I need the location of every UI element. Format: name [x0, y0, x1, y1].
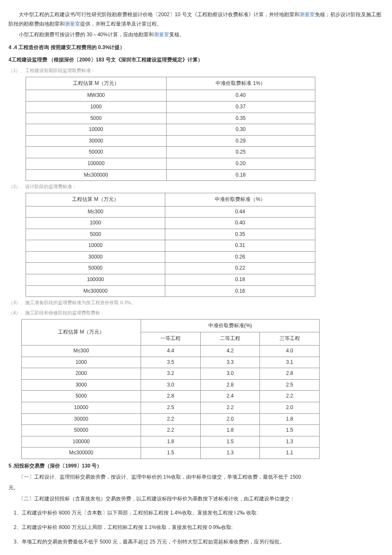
paragraph-5-3: 1、工程建设中标价 8000 万元〔含本数〕以下局部，工程招标工程按 1.4%收… — [9, 509, 383, 518]
cell: 0.35 — [166, 113, 315, 124]
table-row: 500002.21.81.5 — [22, 425, 320, 436]
heading-num: 4 — [9, 44, 12, 50]
cell: 2.2 — [260, 391, 320, 402]
cell: 3.0 — [141, 379, 201, 391]
table-row: 1000000.20 — [26, 158, 315, 169]
cell: 1.8 — [260, 413, 320, 425]
table-row: 50000.35 — [26, 113, 315, 124]
cell: 0.31 — [165, 240, 315, 252]
note-3: （3）、施工准备阶段的监理费标准为按工程造价收取 0.3%。 — [9, 299, 383, 307]
cell: 50000 — [26, 263, 165, 274]
paragraph-5-1: 〔一〕工程设计、监理招标交易效劳费，按设计、监理中标价的 1%收取，由中标单位缴… — [9, 473, 383, 482]
table-row: 300000.26 — [26, 251, 315, 263]
cell: 50000 — [22, 425, 141, 436]
paragraph-1: 大中型工程的工程建议书/可行性研究阶段勘察费根据计价格〔2002〕10 号文《工… — [9, 10, 383, 29]
text-blue: 测量室 — [300, 12, 315, 17]
cell: 2.8 — [200, 379, 260, 391]
col-header-estimate: 工程估算 M（万元） — [26, 193, 165, 206]
cell: 2000 — [22, 368, 141, 380]
cell: 30000 — [26, 135, 167, 147]
cell: 1000 — [22, 357, 141, 368]
cell: 5000 — [26, 113, 167, 124]
heading-text: .4 工程造价咨询 按照建安工程费用的 0.3%计提） — [12, 44, 125, 50]
cell: 1.5 — [200, 436, 260, 447]
cell: 1.3 — [260, 436, 320, 447]
paragraph-5-1b: 元。 — [9, 483, 383, 493]
table-row: 500000.25 — [26, 147, 315, 158]
table-row: M≤3000001.51.31.1 — [22, 447, 320, 459]
table-row: 20003.23.02.8 — [22, 368, 320, 380]
cell: 0.40 — [166, 90, 315, 102]
cell: 2.4 — [200, 391, 260, 402]
heading-4-4: 4 .4 工程造价咨询 按照建安工程费用的 0.3%计提） — [9, 43, 383, 52]
table-row: M≤3000000.18 — [26, 169, 315, 181]
table-row: 50002.82.42.2 — [22, 391, 320, 402]
cell: 1000 — [26, 218, 165, 229]
paragraph-2: 小型工程勘测费可按设计费的 30～40%计算，应由地勘室和测量室复核。 — [9, 30, 383, 40]
table-row: M≤3000000.16 — [26, 285, 315, 297]
col-header-estimate: 工程估算 M（万元） — [22, 319, 141, 345]
heading-5: 5 .招投标交易费（深价〔1999〕130 号） — [9, 462, 383, 471]
table-row: 300000.29 — [26, 135, 315, 147]
cell: 1.5 — [141, 447, 201, 459]
cell: 30000 — [22, 413, 141, 425]
cell: 3.2 — [141, 368, 201, 380]
table-row: 50000.35 — [26, 229, 315, 240]
col-header-rate: 中准价取费标准(%) — [141, 319, 320, 332]
table-2-caption: （2）、设计阶段的监理费标准： — [9, 183, 383, 191]
cell: 1.3 — [200, 447, 260, 459]
paragraph-5-5: 3、单项工程的交易效劳费最低不低于 5000 元，最高不超过 25 万元，个别特… — [9, 538, 383, 547]
cell: 2.8 — [260, 368, 320, 380]
paragraph-5-4: 2、工程建设中标价 8000 万元以上局部，工程招标工程按 1.1%收取，直接发… — [9, 523, 383, 532]
cell: M≤300 — [26, 206, 165, 218]
text-blue: 测量室 — [154, 32, 169, 38]
cell: 2.8 — [141, 391, 201, 402]
table-header-row: 工程估算 M（万元） 中准价取费标准 1%） — [26, 77, 315, 90]
cell: 0.22 — [165, 263, 315, 274]
cell: 0.16 — [165, 285, 315, 297]
text: 〔一〕工程设计、监理招标交易效劳费，按设计、监理中标价的 1%收取，由中标单位缴… — [19, 474, 301, 480]
table-1-caption: （1）、工程建设前期阶段监理取费标准： — [9, 67, 383, 75]
col-header-class1: 一等工程 — [141, 332, 201, 346]
cell: 0.44 — [165, 206, 315, 218]
table-row: 100002.52.22.0 — [22, 402, 320, 414]
table-row: 10003.53.33.1 — [22, 357, 320, 368]
cell: 3.3 — [200, 357, 260, 368]
cell: 0.35 — [165, 229, 315, 240]
text-blue: 测量室 — [65, 21, 80, 27]
text: 大中型工程的工程建议书/可行性研究阶段勘察费根据计价格〔2002〕10 号文《工… — [19, 12, 300, 17]
cell: 0.30 — [166, 124, 315, 136]
cell: 0.20 — [166, 158, 315, 169]
cell: 0.37 — [166, 101, 315, 113]
heading-text: .招投标交易费（深价〔1999〕130 号） — [12, 463, 102, 469]
col-header-class2: 二等工程 — [200, 332, 260, 346]
cell: M≤300 — [22, 346, 141, 357]
cell: 2.2 — [141, 425, 201, 436]
cell: 0.26 — [165, 251, 315, 263]
cell: 4.0 — [260, 346, 320, 357]
heading-4-5: 4工程建设监理费 （根据深价〔2000〕183 号文《深圳市工程建设监理费规定》… — [9, 55, 383, 65]
table-row: 300002.22.01.8 — [22, 413, 320, 425]
cell: MW300 — [26, 90, 167, 102]
heading-text: 工程建设监理费 （根据深价〔2000〕183 号文《深圳市工程建设监理费规定》计… — [12, 57, 203, 63]
table-row: 1000000.18 — [26, 274, 315, 286]
col-header-estimate: 工程估算 M（万元） — [26, 77, 167, 90]
cell: 10000 — [22, 402, 141, 414]
text: 复核。 — [169, 32, 184, 38]
table-row: 30003.02.82.5 — [22, 379, 320, 391]
table-preliminary-supervision: 工程估算 M（万元） 中准价取费标准 1%） MW3000.40 10000.3… — [26, 77, 315, 181]
col-header-rate: 中准价取费标准 1%） — [166, 77, 315, 90]
table-construction-supervision: 工程估算 M（万元） 中准价取费标准(%) 一等工程 二等工程 三等工程 M≤3… — [21, 319, 320, 459]
table-row: M≤3004.44.24.0 — [22, 346, 320, 357]
cell: 2.0 — [200, 413, 260, 425]
table-row: 10000.40 — [26, 218, 315, 229]
cell: M≤300000 — [26, 169, 167, 181]
table-row: 100000.30 — [26, 124, 315, 136]
cell: 5000 — [26, 229, 165, 240]
col-header-class3: 三等工程 — [260, 332, 320, 346]
cell: 2.5 — [141, 402, 201, 414]
heading-num: 4 — [9, 57, 12, 63]
table-3-caption: （4）、施工阶段和保修阶段的监理费取费标： — [9, 309, 383, 317]
cell: 4.4 — [141, 346, 201, 357]
table-header-row: 工程估算 M（万元） 中准价取费标准(%) — [22, 319, 320, 332]
